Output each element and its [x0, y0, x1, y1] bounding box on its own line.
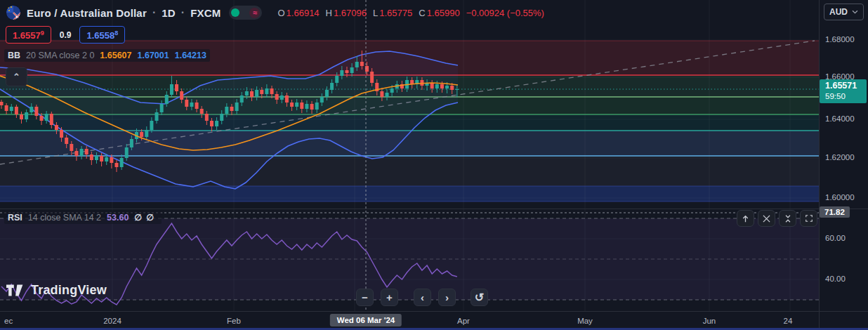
candle-body [175, 84, 178, 91]
reset-chart-button[interactable]: ↺ [471, 289, 488, 306]
bb-lower-value: 1.64213 [175, 51, 206, 60]
currency-dropdown[interactable]: AUD [824, 4, 864, 20]
candle-body [210, 121, 213, 126]
candle-body [95, 156, 98, 160]
candle-body [20, 114, 23, 119]
candle-body [145, 130, 148, 137]
buy-button[interactable]: 1.65588 [79, 26, 125, 44]
time-tick: Feb [227, 317, 241, 325]
candle-body [34, 107, 38, 116]
timeframe[interactable]: 1D [162, 7, 176, 19]
candle-body [0, 102, 4, 105]
candle-body [170, 84, 173, 95]
tradingview-chart-window: Euro / Australian Dollar · 1D · FXCM ≈ O… [0, 0, 868, 330]
candle-body [205, 114, 209, 121]
candle-body [114, 163, 118, 167]
candle-body [200, 109, 204, 114]
crosshair-value-label: 71.82 [820, 206, 850, 218]
move-pane-up-button[interactable] [737, 210, 754, 227]
candle-body [320, 97, 324, 103]
arrow-up-icon [741, 214, 750, 223]
price-scale-separator[interactable] [819, 0, 820, 330]
rsi-tick: 40.00 [825, 275, 846, 283]
price-chart-canvas[interactable] [0, 0, 819, 311]
close-icon [763, 215, 770, 223]
candle-body [15, 107, 18, 114]
time-tick: Apr [457, 317, 470, 325]
time-axis[interactable]: ec 2024 Feb Apr May Jun 24 Wed 06 Mar '2… [0, 311, 868, 330]
pane-separator[interactable] [0, 209, 868, 209]
candle-body [10, 107, 13, 111]
sell-button[interactable]: 1.65579 [6, 26, 51, 44]
time-tick: Jun [703, 317, 716, 325]
tradingview-logo[interactable]: TradingView [6, 283, 107, 298]
bb-indicator-legend[interactable]: BB 20 SMA close 2 0 1.65607 1.67001 1.64… [4, 49, 210, 62]
scroll-left-button[interactable]: ‹ [414, 289, 431, 306]
candle-body [330, 83, 334, 90]
market-status-toggle[interactable]: ≈ [229, 6, 262, 20]
candle-body [215, 121, 218, 126]
zoom-out-button[interactable]: − [356, 289, 374, 306]
minimize-pane-button[interactable] [779, 210, 796, 227]
chart-nav-toolbar: − + ‹ › ↺ [356, 289, 488, 306]
candle-body [65, 138, 68, 144]
candle-body [455, 89, 459, 90]
rsi-indicator-legend[interactable]: RSI 14 close SMA 14 2 53.60 ∅∅ [4, 211, 162, 224]
similar-wave-icon: ≈ [249, 8, 260, 18]
symbol-legend: Euro / Australian Dollar · 1D · FXCM ≈ O… [6, 5, 544, 20]
chevron-down-icon [852, 10, 858, 14]
candle-body [5, 105, 8, 111]
time-tick: ec [4, 317, 13, 325]
time-tick: 24 [784, 317, 793, 325]
exchange[interactable]: FXCM [190, 7, 221, 19]
price-tick: 1.62000 [825, 153, 855, 161]
candle-body [29, 107, 33, 112]
tradingview-logo-text: TradingView [31, 283, 107, 298]
scroll-right-button[interactable]: › [438, 289, 456, 306]
candle-body [190, 103, 193, 107]
candle-body [85, 149, 88, 154]
last-price: 1.65571 [825, 81, 867, 91]
close-pane-button[interactable] [758, 210, 775, 227]
candle-body [270, 88, 274, 94]
crosshair-date-label: Wed 06 Mar '24 [330, 314, 402, 326]
time-tick: 2024 [103, 317, 121, 325]
candle-body [280, 95, 284, 100]
tradingview-mark-icon [6, 284, 25, 296]
bb-upper-value: 1.67001 [138, 51, 169, 60]
candle-body [350, 67, 354, 73]
symbol-title[interactable]: Euro / Australian Dollar [27, 7, 147, 19]
separator-dot: · [152, 6, 156, 19]
candle-body [180, 91, 183, 100]
open-value: 1.66914 [287, 8, 320, 18]
candle-body [165, 95, 169, 104]
price-scale[interactable]: AUD 1.68000 1.66000 1.64000 1.62000 1.60… [819, 0, 868, 330]
empty-set-icon: ∅ [134, 213, 146, 223]
candle-body [185, 100, 188, 107]
candle-body [100, 156, 103, 161]
collapse-chevrons-icon [784, 214, 792, 223]
last-price-countdown-label: 1.65571 59:50 [820, 79, 867, 103]
chevron-right-icon: › [445, 291, 449, 303]
candle-body [345, 70, 348, 73]
candle-body [160, 104, 164, 112]
rsi-name: RSI [8, 213, 22, 223]
price-band-fill [0, 186, 819, 202]
candle-body [360, 62, 364, 66]
candle-body [225, 107, 228, 114]
time-tick: May [577, 317, 593, 325]
close-value: 1.65990 [427, 8, 460, 18]
candle-body [260, 90, 263, 94]
candle-body [105, 157, 108, 161]
low-label: L [373, 8, 378, 18]
candle-body [235, 103, 239, 111]
separator-dot: · [181, 6, 185, 19]
spread-value: 0.9 [60, 30, 72, 40]
ohlc-readout: O1.66914 H1.67096 L1.65775 C1.65990 −0.0… [277, 8, 544, 18]
candle-body [440, 84, 444, 88]
low-value: 1.65775 [379, 8, 412, 18]
zoom-in-button[interactable]: + [381, 289, 398, 306]
collapse-panel-button[interactable]: ⌃ [6, 67, 27, 86]
candle-body [305, 104, 308, 109]
maximize-pane-button[interactable] [800, 210, 817, 227]
